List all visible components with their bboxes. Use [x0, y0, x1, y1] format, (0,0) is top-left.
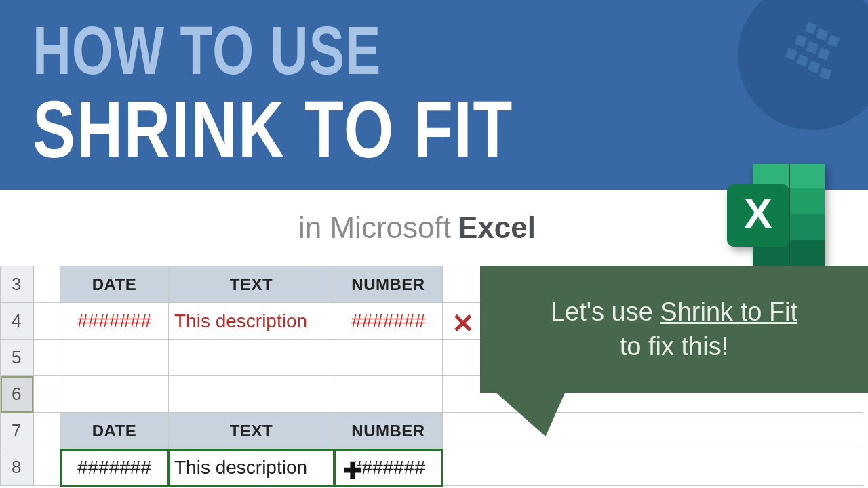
svg-rect-1 [816, 28, 828, 41]
row-header: 5 [1, 340, 33, 376]
subtitle-strong: Excel [458, 211, 536, 245]
svg-text:X: X [744, 190, 772, 237]
table-row: 8 ####### This description ####### [1, 449, 863, 486]
row-header: 3 [1, 266, 33, 303]
callout-bubble: Let's use Shrink to Fit to fix this! [480, 266, 868, 393]
cell-number-overflow[interactable]: ####### [334, 303, 443, 340]
callout-post: to fix this! [620, 332, 729, 361]
row-header: 6 [1, 376, 33, 413]
svg-rect-3 [795, 35, 807, 47]
row-header: 4 [1, 303, 33, 340]
column-header-number: NUMBER [334, 413, 443, 449]
cell-text-selected[interactable]: This description [169, 449, 334, 486]
spreadsheet-preview: 3 DATE TEXT NUMBER 4 ####### This descri… [0, 266, 868, 488]
svg-rect-5 [818, 47, 830, 60]
table-row: 7 DATE TEXT NUMBER [1, 413, 863, 449]
title-maintext: SHRINK TO FIT [33, 89, 723, 170]
row-header: 7 [1, 413, 33, 449]
cell-date-overflow[interactable]: ####### [60, 303, 169, 340]
subtitle-prefix: in Microsoft [298, 211, 451, 245]
subtitle-bar: in Microsoft Excel X [0, 190, 868, 266]
title-pretext: HOW TO USE [33, 16, 691, 85]
svg-rect-9 [819, 67, 831, 79]
cell-date-selected[interactable]: ####### [60, 449, 169, 486]
callout-pre: Let's use [551, 298, 660, 326]
cell-text-overflow[interactable]: This description [169, 303, 334, 340]
svg-rect-2 [827, 35, 840, 47]
column-header-text: TEXT [169, 413, 334, 449]
column-header-date: DATE [60, 413, 169, 449]
column-header-date: DATE [60, 266, 169, 303]
svg-rect-4 [806, 41, 818, 54]
svg-rect-0 [804, 22, 816, 34]
excel-cursor-icon: ✚ [343, 457, 362, 484]
column-header-number: NUMBER [334, 266, 443, 303]
row-header: 8 [1, 449, 33, 486]
brand-watermark-icon [738, 0, 868, 130]
callout-underline: Shrink to Fit [660, 298, 797, 326]
excel-icon: X [713, 155, 835, 277]
svg-rect-8 [808, 61, 820, 73]
svg-rect-6 [785, 47, 797, 60]
error-x-icon: ✕ [452, 308, 475, 339]
column-header-text: TEXT [169, 266, 334, 303]
svg-rect-7 [796, 54, 808, 66]
